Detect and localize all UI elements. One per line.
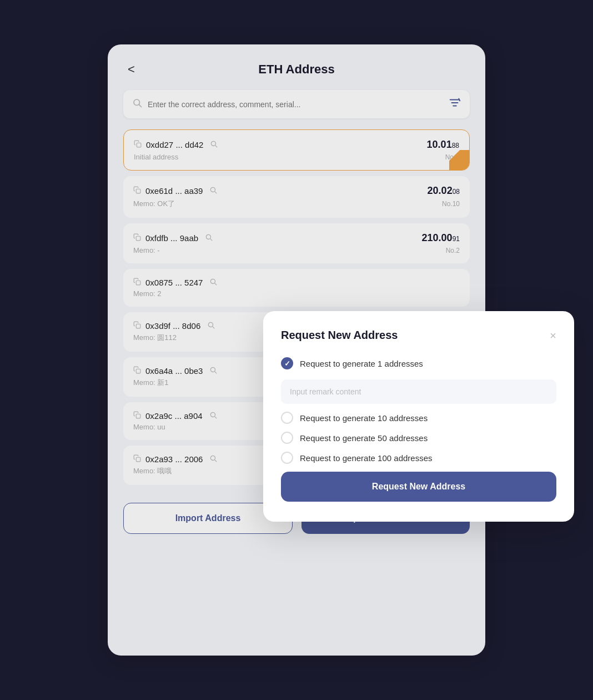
radio-option[interactable]: Request to generate 10 addresses xyxy=(281,412,556,424)
radio-circle[interactable] xyxy=(281,412,293,424)
main-card: < ETH Address xyxy=(108,44,485,656)
modal-confirm-button[interactable]: Request New Address xyxy=(281,472,556,502)
radio-option[interactable]: Request to generate 100 addresses xyxy=(281,452,556,464)
radio-circle[interactable] xyxy=(281,452,293,464)
radio-circle[interactable] xyxy=(281,432,293,444)
remark-input[interactable] xyxy=(281,379,556,404)
radio-label: Request to generate 50 addresses xyxy=(300,433,428,443)
request-new-address-modal: Request New Address × Request to generat… xyxy=(263,311,574,522)
modal-header: Request New Address × xyxy=(281,329,556,342)
modal-close-button[interactable]: × xyxy=(550,330,556,341)
radio-circle[interactable] xyxy=(281,357,293,369)
modal-options: Request to generate 1 addresses Request … xyxy=(281,357,556,464)
radio-option[interactable]: Request to generate 1 addresses xyxy=(281,357,556,369)
radio-label: Request to generate 1 addresses xyxy=(300,359,423,368)
radio-label: Request to generate 100 addresses xyxy=(300,453,433,463)
modal-title: Request New Address xyxy=(281,329,398,342)
radio-label: Request to generate 10 addresses xyxy=(300,413,428,423)
radio-option[interactable]: Request to generate 50 addresses xyxy=(281,432,556,444)
modal-confirm-area: Request New Address xyxy=(281,472,556,502)
